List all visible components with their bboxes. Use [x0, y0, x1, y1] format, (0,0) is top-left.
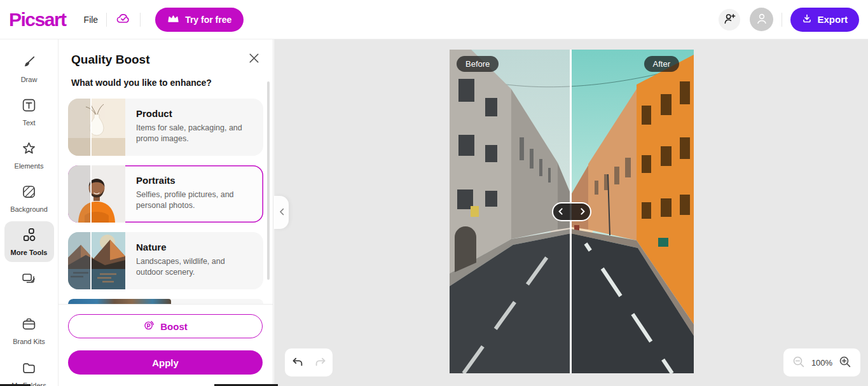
boost-label: Boost: [160, 321, 188, 332]
zoom-out-button[interactable]: [790, 354, 808, 371]
product-thumbnail: [68, 99, 125, 156]
zoom-in-button[interactable]: [836, 354, 854, 371]
undo-icon: [291, 355, 305, 371]
portraits-thumbnail: [68, 165, 125, 223]
try-for-free-button[interactable]: Try for free: [155, 8, 244, 32]
chevron-left-icon: [558, 206, 563, 217]
redo-icon: [313, 355, 327, 371]
picsart-logo[interactable]: Picsart: [9, 9, 66, 31]
briefcase-icon: [21, 316, 37, 334]
card-description: Selfies, profile pictures, and personal …: [136, 190, 252, 211]
card-description: Landscapes, wildlife, and outdoor scener…: [136, 256, 252, 278]
sidebar-item-draw[interactable]: Draw: [4, 48, 54, 89]
sidebar-item-my-folders[interactable]: My Folders: [4, 354, 54, 386]
header-actions: Export: [719, 8, 859, 32]
sidebar-item-brand-kits[interactable]: Brand Kits: [4, 310, 54, 351]
crown-icon: [167, 14, 179, 25]
sidebar-item-media[interactable]: [4, 265, 54, 298]
close-panel-button[interactable]: [249, 53, 259, 65]
card-title: Portraits: [136, 175, 252, 186]
panel-scrollbar[interactable]: [267, 81, 270, 280]
sidebar-item-label: Background: [10, 205, 48, 213]
sidebar-item-label: Brand Kits: [13, 338, 45, 345]
before-label: Before: [465, 59, 490, 69]
folder-icon: [21, 360, 37, 378]
panel-question: What would you like to enhance?: [71, 78, 212, 88]
panel-title: Quality Boost: [71, 53, 150, 67]
zoom-out-icon: [792, 355, 806, 371]
card-next-thumbnail: [68, 299, 171, 304]
sidebar-item-label: Draw: [21, 76, 38, 83]
undo-button[interactable]: [289, 354, 307, 371]
card-description: Items for sale, packaging, and promo ima…: [136, 123, 252, 144]
sidebar-item-background[interactable]: Background: [4, 178, 54, 219]
sidebar-item-more-tools[interactable]: More Tools: [4, 221, 54, 262]
before-after-image: Before After: [450, 50, 694, 373]
more-tools-icon: [21, 227, 37, 245]
export-label: Export: [817, 14, 848, 25]
sidebar-item-label: Elements: [15, 162, 44, 170]
export-button[interactable]: Export: [790, 8, 859, 32]
avatar[interactable]: [750, 8, 773, 31]
background-icon: [21, 184, 37, 202]
brush-icon: [21, 54, 37, 72]
after-badge: After: [644, 56, 679, 72]
tool-sidebar: Draw Text Elements Background More Tools…: [0, 39, 59, 386]
star-icon: [21, 141, 37, 159]
history-controls: [285, 348, 333, 376]
card-nature[interactable]: Nature Landscapes, wildlife, and outdoor…: [68, 232, 263, 289]
zoom-controls: 100%: [783, 348, 860, 376]
header-divider: [782, 13, 782, 27]
text-icon: [21, 97, 37, 116]
zoom-in-icon: [838, 355, 852, 371]
enhance-options-list: Product Items for sale, packaging, and p…: [68, 99, 263, 304]
picsart-editor: Picsart File Try for free: [0, 0, 868, 386]
chevron-left-icon: [279, 207, 284, 218]
header-divider: [140, 13, 141, 27]
apply-button[interactable]: Apply: [68, 350, 263, 375]
quality-boost-panel: Quality Boost What would you like to enh…: [59, 39, 273, 386]
apply-label: Apply: [152, 357, 179, 368]
collapse-panel-tab[interactable]: [274, 196, 289, 229]
redo-button[interactable]: [312, 354, 329, 371]
header-divider: [106, 13, 107, 27]
card-portraits[interactable]: Portraits Selfies, profile pictures, and…: [68, 165, 263, 223]
sidebar-item-label: More Tools: [11, 249, 48, 256]
sidebar-item-text[interactable]: Text: [4, 92, 54, 132]
download-icon: [802, 13, 812, 25]
card-next-partial[interactable]: [68, 299, 263, 304]
editor-canvas: Before After 100%: [274, 39, 868, 386]
card-title: Product: [136, 108, 252, 119]
nature-thumbnail: [68, 232, 125, 289]
media-icon: [21, 270, 37, 289]
zoom-level: 100%: [811, 358, 832, 368]
cloud-check-icon: [115, 11, 132, 28]
picsart-coin-icon: [143, 319, 155, 333]
panel-footer: Boost Apply: [59, 304, 273, 386]
after-label: After: [653, 59, 670, 69]
avatar-icon: [755, 11, 769, 28]
compare-slider-handle[interactable]: [552, 202, 591, 221]
top-bar: Picsart File Try for free: [0, 0, 868, 39]
add-user-icon: [723, 12, 736, 27]
before-badge: Before: [457, 56, 499, 72]
sidebar-item-label: Text: [22, 119, 35, 127]
cloud-sync-button[interactable]: [115, 11, 132, 28]
chevron-right-icon: [581, 206, 585, 217]
close-icon: [249, 53, 259, 65]
try-for-free-label: Try for free: [185, 15, 231, 25]
invite-button[interactable]: [719, 9, 740, 31]
boost-button[interactable]: Boost: [68, 314, 263, 338]
card-title: Nature: [136, 242, 252, 252]
sidebar-item-elements[interactable]: Elements: [4, 135, 54, 176]
card-product[interactable]: Product Items for sale, packaging, and p…: [68, 99, 263, 156]
file-menu[interactable]: File: [84, 15, 99, 25]
